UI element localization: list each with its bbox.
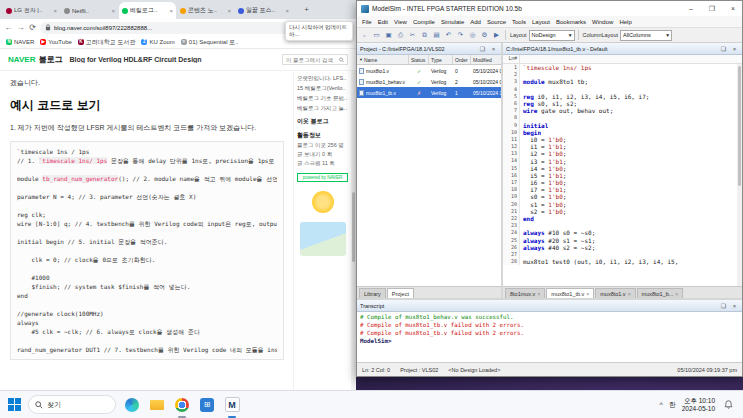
tab-close-icon[interactable]: × <box>169 8 173 14</box>
workspace-tab[interactable]: Project <box>387 288 414 298</box>
editor-line[interactable]: 11 i0 = 1'b0; <box>503 136 742 143</box>
tab-close-icon[interactable]: × <box>285 8 289 14</box>
find-icon[interactable]: ◎ <box>467 30 478 41</box>
editor-line[interactable]: 16 i5 = 1'b1; <box>503 172 742 179</box>
project-file-row[interactable]: mux8to1.v ✓ Verilog 0 05/10/2024 09:19:3… <box>357 65 501 76</box>
file-explorer-app-icon[interactable] <box>148 396 166 414</box>
tab-close-icon[interactable]: × <box>586 291 589 297</box>
update-notification[interactable]: 다시 시작하여 업데이트 하... <box>285 21 353 41</box>
cut-icon[interactable]: ✂ <box>407 30 418 41</box>
scrollbar-thumb[interactable] <box>352 192 355 262</box>
editor-line[interactable]: 3module mux8to1_tb; <box>503 78 742 85</box>
menu-item[interactable]: Layout <box>529 19 553 25</box>
tab-close-icon[interactable]: × <box>111 8 115 14</box>
sidebar-post-link[interactable]: 오랫만입니다. LFS.. <box>297 75 348 82</box>
bookmark-item[interactable]: ▶ YouTube <box>40 39 72 45</box>
naver-logo[interactable]: NAVER <box>8 55 35 64</box>
menu-item[interactable]: Tools <box>509 19 529 25</box>
editor-line[interactable]: 10begin <box>503 129 742 136</box>
editor-line[interactable]: 28mux8to1 test0 (out, i0, i1, i2, i3, i4… <box>503 258 742 265</box>
minimize-button[interactable]: – <box>682 1 700 16</box>
column-header-modified[interactable]: Modified <box>471 55 501 64</box>
browser-tab[interactable]: 베릴로그.. × <box>119 2 176 19</box>
columnlayout-dropdown[interactable]: AllColumns ▾ <box>620 30 672 41</box>
menu-item[interactable]: Add <box>467 19 484 25</box>
editor-line[interactable]: 7wire gate_out, behav_out; <box>503 107 742 114</box>
tab-close-icon[interactable]: × <box>675 291 678 297</box>
menu-item[interactable]: Edit <box>375 19 391 25</box>
tab-close-icon[interactable]: × <box>227 8 231 14</box>
compile-icon[interactable]: ⚙ <box>479 30 490 41</box>
menu-item[interactable]: Source <box>484 19 509 25</box>
menu-item[interactable]: Compile <box>410 19 438 25</box>
blog-logo[interactable]: 블로그 <box>38 54 62 65</box>
bookmark-item[interactable]: Z KU Zoom <box>141 39 174 45</box>
workspace-tab[interactable]: Library <box>359 288 386 298</box>
editor-line[interactable]: 1`timescale 1ns/ 1ps <box>503 64 742 71</box>
redo-icon[interactable]: ↷ <box>455 30 466 41</box>
save-icon[interactable]: ▣ <box>383 30 394 41</box>
menu-item[interactable]: File <box>359 19 375 25</box>
project-file-row[interactable]: mux8to1_behav.v ✓ Verilog 2 05/10/2024 0… <box>357 76 501 87</box>
editor-file-tab[interactable]: mux8to1.v× <box>595 288 635 298</box>
modelsim-app-icon[interactable]: M <box>223 396 241 414</box>
panel-close-icon[interactable]: × <box>489 46 498 52</box>
new-file-icon[interactable]: ▫ <box>359 30 370 41</box>
panel-close-icon[interactable]: × <box>730 303 739 309</box>
chrome-app-icon[interactable] <box>173 396 191 414</box>
bookmark-item[interactable]: K 고려대학교 도서관 <box>78 38 136 47</box>
ime-korean-indicator[interactable]: 한 <box>669 400 676 410</box>
column-header-name[interactable]: ▼Name <box>357 55 409 64</box>
transcript-header[interactable]: Transcript ❏ × <box>357 300 742 312</box>
menu-item[interactable]: Window <box>589 19 616 25</box>
editor-file-tab[interactable]: mux8to1_tb.v× <box>546 288 594 298</box>
transcript-prompt[interactable]: ModelSim> <box>360 337 739 345</box>
code-editor[interactable]: 1`timescale 1ns/ 1ps 2 3module mux8to1_t… <box>503 64 742 286</box>
editor-line[interactable]: 6reg s0, s1, s2; <box>503 100 742 107</box>
open-icon[interactable]: ▭ <box>371 30 382 41</box>
menu-item[interactable]: View <box>391 19 410 25</box>
editor-line[interactable]: 4 <box>503 86 742 93</box>
paste-icon[interactable]: ▤ <box>431 30 442 41</box>
tab-close-icon[interactable]: × <box>53 8 57 14</box>
browser-tab[interactable]: Netfli.. × <box>61 2 118 19</box>
editor-file-tab[interactable]: mux8to1_b...× <box>637 288 684 298</box>
editor-line[interactable]: 26always #40 s2 = ~s2; <box>503 244 742 251</box>
editor-line[interactable]: 25always #20 s1 = ~s1; <box>503 237 742 244</box>
browser-tab[interactable]: LG 전자 |.. × <box>3 2 60 19</box>
editor-file-tab[interactable]: 8to1mux.v× <box>505 288 545 298</box>
modelsim-titlebar[interactable]: ModelSim - INTEL FPGA STARTER EDITION 10… <box>357 1 742 16</box>
column-header-type[interactable]: Type <box>429 55 453 64</box>
editor-line[interactable]: 27 <box>503 251 742 258</box>
copy-icon[interactable]: ⧉ <box>419 30 430 41</box>
editor-line[interactable]: 20 s1 = 1'b0; <box>503 201 742 208</box>
bookmark-item[interactable]: N NAVER <box>6 39 34 45</box>
tab-close-icon[interactable]: × <box>537 291 540 297</box>
layout-dropdown[interactable]: NoDesign ▾ <box>529 30 575 41</box>
blog-search-input[interactable] <box>286 57 337 63</box>
editor-line[interactable]: 13 i2 = 1'b0; <box>503 150 742 157</box>
transcript-log[interactable]: # Compile of mux8to1_behav.v was success… <box>357 312 742 362</box>
column-header-status[interactable]: Status <box>409 55 429 64</box>
taskbar-search[interactable]: 찾기 <box>28 395 116 414</box>
editor-line[interactable]: 17 i6 = 1'b0; <box>503 179 742 186</box>
editor-line[interactable]: 22end <box>503 215 742 222</box>
dock-icon[interactable]: ❏ <box>719 45 728 52</box>
maximize-button[interactable]: ❐ <box>703 1 721 16</box>
edge-app-icon[interactable] <box>123 396 141 414</box>
menu-item[interactable]: Simulate <box>438 19 467 25</box>
bookmark-item[interactable]: ≡ 01) Sequential 로.. <box>181 38 239 47</box>
address-bar[interactable]: blog.naver.com/soil897/222882888... ☆ <box>40 22 320 34</box>
sidebar-post-link[interactable]: 15 베릴로그(Verilo.. <box>297 85 348 92</box>
editor-line[interactable]: 19 s0 = 1'b0; <box>503 193 742 200</box>
close-button[interactable]: × <box>724 1 742 16</box>
editor-scrollbar[interactable] <box>737 64 742 286</box>
store-app-icon[interactable]: ⊞ <box>198 396 216 414</box>
panel-close-icon[interactable]: × <box>730 46 739 52</box>
editor-line[interactable]: 21 s2 = 1'b0; <box>503 208 742 215</box>
project-panel-header[interactable]: Project - C:/IntelFPGA/18.1/VLS02 ❏ × <box>357 43 501 55</box>
notification-bell-icon[interactable] <box>721 398 735 412</box>
start-button[interactable] <box>8 398 21 411</box>
browser-tab[interactable]: 일끝 포스.. × <box>235 2 292 19</box>
editor-line[interactable]: 18 i7 = 1'b1; <box>503 186 742 193</box>
